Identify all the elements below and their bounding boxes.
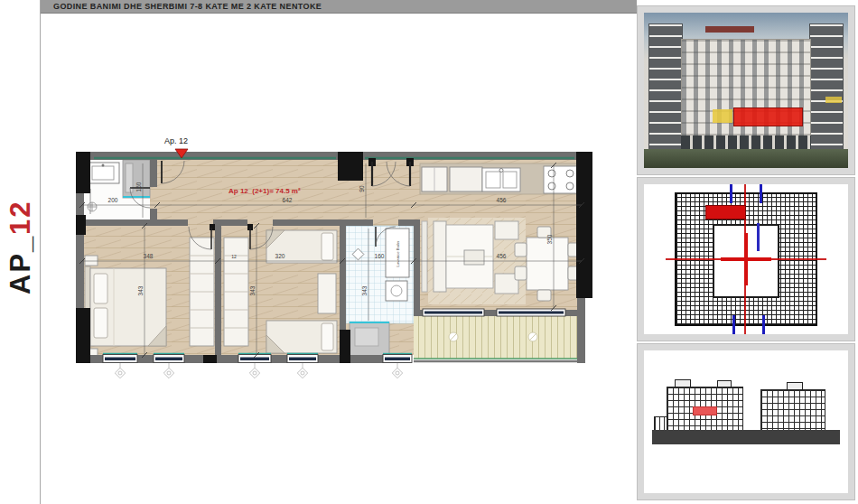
pillow — [94, 274, 107, 303]
key-plan-blue-marker — [757, 223, 760, 252]
reference-sidebar — [638, 6, 854, 503]
section-elevation-thumbnail — [638, 344, 854, 499]
pillow — [322, 233, 333, 260]
corridor-wall — [398, 219, 414, 226]
elevation-ground-band — [652, 430, 840, 444]
title-bar: GODINE BANIMI DHE SHERBIMI 7-8 KATE ME 2… — [41, 0, 637, 14]
nightstand — [85, 256, 98, 266]
pillow — [322, 323, 333, 350]
window — [287, 354, 318, 363]
dim-kitchen-width: 456 — [497, 197, 507, 203]
coffee-table — [464, 250, 484, 265]
sink-basin — [92, 166, 114, 180]
building-render-thumbnail — [638, 6, 854, 174]
window-symbol — [163, 363, 173, 378]
key-plan-thumbnail — [638, 178, 854, 341]
apartment-code-label: AP_12 — [2, 33, 40, 294]
column — [76, 308, 90, 363]
key-plan-blue-marker — [730, 182, 732, 203]
apartment-code-prefix: AP_ — [5, 235, 37, 294]
outer-wall-bottom — [271, 355, 287, 363]
balcony-floor — [414, 316, 577, 359]
render-penthouse — [705, 26, 754, 33]
render-highlight-yellow — [713, 109, 733, 123]
faucet — [102, 164, 105, 167]
balcony-symbol — [528, 332, 537, 341]
dim-living-width: 456 — [497, 253, 507, 259]
dim-bath2-width: 160 — [375, 253, 385, 259]
outer-wall-bottom — [137, 355, 154, 363]
desk — [318, 274, 336, 313]
key-plan-cross — [744, 233, 748, 285]
balcony-window — [497, 309, 565, 316]
dim-bedroom1-width: 348 — [144, 253, 154, 259]
dim-bath2-depth: 343 — [361, 285, 368, 295]
corridor-wall — [157, 219, 188, 226]
bedroom-divider-wall — [215, 226, 221, 355]
render-vegetation — [644, 149, 848, 168]
dining-table — [527, 238, 568, 290]
dim-bedroom2-depth: 343 — [249, 285, 256, 295]
elevation-right-building — [760, 389, 825, 433]
key-plan-building-ring — [675, 192, 817, 326]
render-left-wing — [648, 23, 683, 157]
bath2-living-wall — [414, 219, 420, 310]
window-symbol — [297, 363, 307, 378]
dim-bedroom1-depth: 343 — [137, 285, 144, 295]
render-right-wing — [809, 23, 844, 157]
side-table — [495, 221, 518, 239]
chair — [515, 243, 527, 257]
window — [103, 354, 137, 363]
chair — [537, 290, 551, 301]
left-column-divider — [40, 0, 41, 504]
window — [154, 354, 184, 363]
apartment-area-label: Ap 12_(2+1)= 74.5 m² — [228, 187, 301, 195]
key-plan-blue-marker — [760, 182, 762, 203]
column — [340, 330, 350, 363]
corridor-wall — [213, 219, 247, 226]
drawing-sheet: { "header": { "title": "GODINE BANIMI DH… — [0, 0, 858, 504]
apartment-marker-label: Ap. 12 — [164, 136, 188, 145]
key-plan-blue-marker — [732, 315, 735, 336]
balcony-wall — [484, 310, 497, 316]
key-plan-blue-marker — [762, 315, 765, 336]
render-photo — [644, 13, 848, 168]
sofa-back — [434, 221, 446, 292]
elevation-unit-highlight — [693, 406, 717, 415]
pillow — [94, 308, 107, 338]
bathroom-1-wall — [150, 209, 157, 219]
window-symbol — [249, 363, 259, 378]
window — [383, 354, 412, 363]
column — [76, 215, 86, 235]
render-highlight-red — [733, 107, 803, 126]
elevation-drawing — [644, 350, 848, 493]
outer-wall-right-lower — [577, 298, 585, 363]
balcony-wall — [414, 310, 423, 316]
corridor-wall — [273, 219, 346, 226]
stove — [544, 166, 578, 193]
window-symbol — [115, 363, 125, 378]
dim-jamb: 12 — [231, 254, 237, 259]
column — [338, 152, 363, 181]
kitchen-cabinet — [450, 167, 482, 191]
floor-plan: Lavatrice Boiler — [70, 131, 603, 395]
balcony-symbol — [449, 332, 458, 341]
tv-bench — [422, 221, 427, 292]
dim-dining-depth: 350 — [546, 234, 553, 244]
bathroom-1-wall — [150, 160, 157, 187]
dim-bedroom2-width: 320 — [275, 253, 285, 259]
balcony-window — [423, 309, 484, 316]
washing-machine — [386, 281, 407, 301]
dim-door-width: 90 — [359, 185, 365, 192]
apartment-code-number: 12 — [5, 200, 37, 234]
dim-bath1-depth: 150 — [135, 182, 142, 191]
dim-hall-width: 642 — [283, 197, 293, 203]
window — [238, 354, 271, 363]
window-symbol — [392, 363, 402, 378]
key-plan-unit-highlight — [705, 205, 746, 219]
chair — [515, 266, 527, 280]
sheet-title: GODINE BANIMI DHE SHERBIMI 7-8 KATE ME 2… — [41, 2, 322, 11]
corridor-wall — [346, 219, 373, 226]
key-plan-drawing — [644, 184, 848, 334]
lavatrice-label: Lavatrice Boiler — [396, 240, 400, 266]
